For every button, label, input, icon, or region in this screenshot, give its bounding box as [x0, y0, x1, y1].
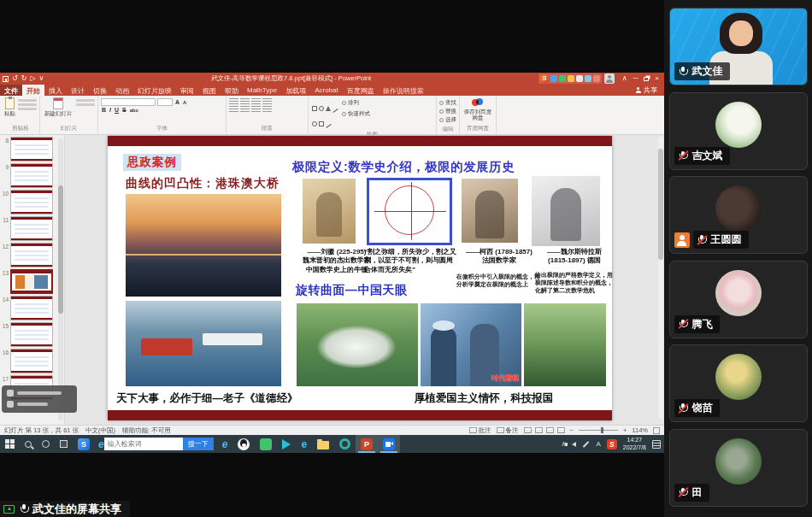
tab-mathtype[interactable]: MathType — [243, 85, 281, 96]
share-button[interactable]: 共享 — [628, 85, 664, 96]
participant-tile[interactable]: 吉文斌 — [669, 92, 808, 170]
numbering-icon[interactable] — [240, 98, 250, 105]
fit-slide-icon[interactable] — [653, 427, 660, 434]
paste-button[interactable]: 粘贴 — [4, 97, 15, 118]
participant-tile[interactable]: 腾飞 — [669, 261, 808, 338]
sogou-toolbar-icon[interactable] — [576, 75, 583, 82]
arrange-button[interactable]: 排列 — [342, 99, 370, 107]
participant-tile[interactable]: 王圆圆 — [669, 176, 808, 254]
zoom-out-icon[interactable]: − — [570, 426, 574, 434]
slide-thumbnail-current[interactable] — [10, 269, 53, 294]
participant-tile[interactable]: 田 — [669, 429, 808, 507]
volume-icon[interactable] — [572, 442, 576, 447]
thumbnail-row-selected[interactable]: 13 — [2, 269, 64, 294]
bold-button[interactable]: B — [101, 107, 107, 113]
box-shape-icon[interactable] — [319, 121, 324, 126]
canvas-scrollbar[interactable] — [658, 137, 663, 419]
meeting-floating-toolbar[interactable] — [2, 385, 77, 413]
zoom-level[interactable]: 114% — [632, 426, 648, 434]
slide-thumbnail[interactable] — [10, 296, 53, 320]
clipboard-mini-buttons[interactable] — [18, 97, 37, 110]
sogou-toolbar-icon[interactable] — [559, 75, 566, 82]
arrow-shape-icon[interactable] — [326, 124, 331, 128]
sogou-ime-toolbar[interactable]: S — [538, 73, 602, 84]
tab-design[interactable]: 设计 — [67, 85, 89, 96]
sogou-toolbar-icon[interactable] — [568, 75, 574, 82]
rectangle-shape-icon[interactable] — [312, 106, 317, 111]
underline-button[interactable]: U — [114, 107, 120, 113]
thumbnail-scrollbar[interactable] — [58, 138, 63, 420]
action-center-icon[interactable] — [652, 440, 661, 449]
triangle-shape-icon[interactable] — [326, 106, 331, 111]
tab-home[interactable]: 开始 — [22, 85, 44, 96]
sogou-logo-icon[interactable]: S — [540, 74, 549, 83]
account-avatar[interactable] — [604, 73, 615, 84]
tab-insert[interactable]: 插入 — [44, 85, 67, 96]
participant-tile[interactable]: 饶苗 — [669, 344, 808, 422]
toolbar-mini-icon[interactable] — [7, 401, 14, 408]
tab-transitions[interactable]: 切换 — [89, 85, 111, 96]
web-search-input[interactable] — [104, 438, 183, 450]
green-app-button[interactable] — [255, 435, 277, 453]
slideshow-icon[interactable]: ▷ — [30, 75, 35, 82]
tab-addins[interactable]: 加载项 — [281, 85, 310, 96]
indent-icon[interactable] — [251, 98, 261, 105]
font-size-box[interactable] — [157, 98, 173, 106]
circle-shape-icon[interactable] — [319, 106, 324, 111]
media-app-button[interactable] — [277, 435, 296, 453]
save-icon[interactable] — [3, 76, 9, 82]
web-search-go-button[interactable]: 搜一下 — [183, 438, 214, 450]
sogou-toolbar-icon[interactable] — [593, 75, 600, 82]
find-button[interactable]: 查找 — [439, 99, 456, 107]
tab-help[interactable]: 帮助 — [221, 85, 243, 96]
slide-thumbnail[interactable] — [10, 137, 53, 162]
align-left-icon[interactable] — [229, 106, 238, 113]
thumbnail-row[interactable]: 8 — [2, 137, 64, 162]
start-button[interactable] — [0, 435, 20, 453]
edge-button[interactable]: e — [296, 435, 312, 453]
thumbnail-row[interactable]: 10 — [2, 190, 64, 214]
slide-thumbnail[interactable] — [10, 190, 53, 214]
thumbnail-row[interactable]: 12 — [2, 243, 64, 267]
language-indicator[interactable]: 中文(中国) — [85, 426, 115, 435]
grow-font-button[interactable]: A — [174, 99, 180, 105]
replace-button[interactable]: 替换 — [439, 108, 456, 115]
slideshow-view-icon[interactable] — [557, 427, 565, 433]
reading-view-icon[interactable] — [546, 427, 554, 433]
quick-styles-button[interactable]: 快速样式 — [342, 110, 370, 118]
zoom-slider-thumb[interactable] — [601, 427, 603, 433]
slide-thumbnail[interactable] — [10, 163, 53, 188]
ribbon-options-icon[interactable]: ∧ — [622, 74, 627, 83]
thumbnail-row[interactable]: 15 — [2, 322, 64, 347]
ie-button[interactable]: e — [217, 435, 233, 453]
slide-thumbnail[interactable] — [10, 243, 53, 267]
select-button[interactable]: 选择 — [439, 116, 456, 124]
tab-baidu-pan[interactable]: 百度网盘 — [343, 85, 379, 96]
slide-thumbnail[interactable] — [10, 322, 53, 347]
slide-sorter-view-icon[interactable] — [535, 427, 543, 433]
taskbar-search-button[interactable] — [20, 435, 37, 453]
powerpoint-taskbar-button[interactable]: P — [356, 435, 378, 453]
participant-tile-host[interactable]: 武文佳 — [669, 8, 808, 85]
qq-button[interactable] — [232, 435, 255, 453]
teal-app-button[interactable] — [334, 435, 356, 453]
toolbar-mini-icon[interactable] — [7, 390, 14, 397]
align-right-icon[interactable] — [251, 106, 261, 113]
qat-customize-icon[interactable]: ∨ — [39, 75, 44, 82]
line-spacing-icon[interactable] — [262, 98, 272, 105]
notes-button[interactable]: 备注 — [497, 426, 519, 435]
clear-format-button[interactable]: abc — [129, 108, 139, 113]
file-explorer-button[interactable] — [312, 435, 334, 453]
align-center-icon[interactable] — [240, 106, 250, 113]
zoom-slider[interactable] — [579, 430, 618, 431]
tab-slideshow[interactable]: 幻灯片放映 — [133, 85, 176, 96]
tab-file[interactable]: 文件 — [0, 85, 22, 96]
sogou-toolbar-icon[interactable] — [550, 75, 557, 82]
save-to-baidu-pan-button[interactable]: 保存到百度网盘 — [462, 97, 493, 121]
ime-indicator[interactable]: A — [596, 440, 600, 448]
undo-icon[interactable]: ↺ — [12, 75, 18, 82]
new-slide-button[interactable]: 新建幻灯片 — [43, 97, 74, 116]
normal-view-icon[interactable] — [524, 427, 532, 433]
sogou-toolbar-icon[interactable] — [585, 75, 591, 82]
sogou-browser-button[interactable]: S — [73, 435, 95, 453]
